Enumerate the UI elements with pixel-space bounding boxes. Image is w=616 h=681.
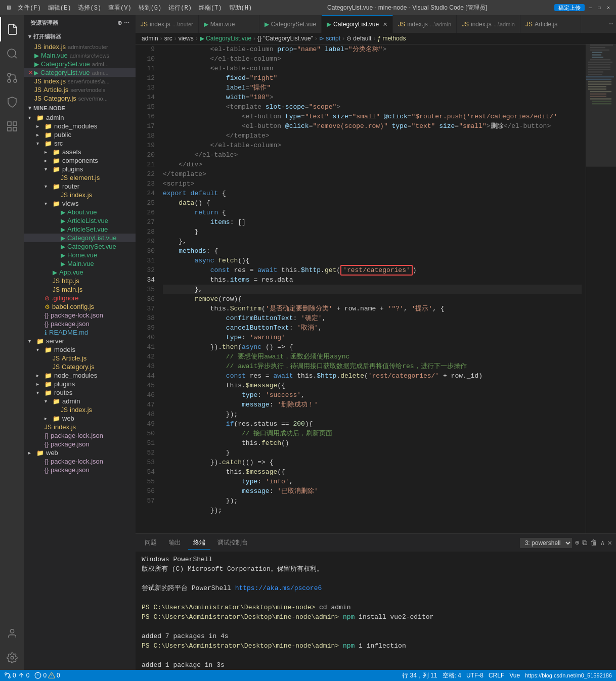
split-terminal-icon[interactable]: ⧉ <box>582 539 587 547</box>
panel-tab-debug[interactable]: 调试控制台 <box>212 536 253 550</box>
open-editors-section[interactable]: ▾ 打开编辑器 <box>24 31 136 42</box>
file-main-js[interactable]: JS main.js <box>24 285 136 294</box>
menu-file[interactable]: 文件(F) <box>15 3 44 13</box>
open-file-article-js[interactable]: JS Article.js server\models <box>24 85 136 94</box>
folder-admin[interactable]: ▾ 📁 admin <box>24 113 136 122</box>
tab-close-icon[interactable]: ✕ <box>383 21 387 28</box>
mine-node-section[interactable]: ▾ MINE-NODE <box>24 103 136 113</box>
folder-routes[interactable]: ▾ 📁 routes <box>24 388 136 397</box>
minimize-button[interactable]: — <box>587 4 594 11</box>
folder-server[interactable]: ▾ 📁 server <box>24 337 136 345</box>
open-file-categorylist-vue[interactable]: ✕ ▶ CategoryList.vue admi... <box>24 68 136 77</box>
folder-server-plugins[interactable]: ▸ 📁 plugins <box>24 380 136 388</box>
file-root-package[interactable]: {} package.json <box>24 466 136 474</box>
folder-public[interactable]: ▸ 📁 public <box>24 130 136 139</box>
tab-main-vue[interactable]: ▶ Main.vue <box>199 15 259 33</box>
folder-router[interactable]: ▾ 📁 router <box>24 182 136 191</box>
tab-categoryset-vue[interactable]: ▶ CategorySet.vue <box>259 15 322 33</box>
panel-tab-terminal[interactable]: 终端 <box>188 536 210 550</box>
activity-debug[interactable] <box>0 90 24 114</box>
tab-indexjs-router[interactable]: JS index.js ...\router <box>136 15 199 33</box>
status-position[interactable]: 行 34，列 11 <box>402 671 437 680</box>
activity-git[interactable] <box>0 66 24 90</box>
folder-routes-admin[interactable]: ▾ 📁 admin <box>24 397 136 405</box>
menu-terminal[interactable]: 终端(T) <box>196 3 225 13</box>
crumb-admin[interactable]: admin <box>142 35 158 42</box>
code-editor[interactable]: 910111213 1415161718 1920212223 24252627… <box>136 44 616 533</box>
status-spaces[interactable]: 空格: 4 <box>443 671 461 680</box>
new-terminal-icon[interactable]: ⊕ <box>575 538 579 547</box>
file-http-js[interactable]: JS http.js <box>24 277 136 285</box>
folder-web[interactable]: ▸ 📁 web <box>24 448 136 457</box>
panel-tab-problems[interactable]: 问题 <box>140 536 162 550</box>
file-babel-config[interactable]: ⚙ babel.config.js <box>24 302 136 311</box>
activity-search[interactable] <box>0 41 24 66</box>
tabs-overflow-menu[interactable]: ⋯ <box>606 15 616 33</box>
status-link[interactable]: https://blog.csdn.net/m0_51592186 <box>525 672 612 678</box>
close-icon[interactable]: ✕ <box>28 69 33 76</box>
crumb-script[interactable]: ⊳ script <box>319 35 340 42</box>
activity-extensions[interactable] <box>0 114 24 139</box>
file-home-vue[interactable]: ▶ Home.vue <box>24 251 136 259</box>
file-category-js-models[interactable]: JS Category.js <box>24 362 136 371</box>
file-element-js[interactable]: JS element.js <box>24 173 136 182</box>
tab-indexjs-admin[interactable]: JS index.js ...\admin <box>393 15 457 33</box>
menu-edit[interactable]: 编辑(E) <box>45 3 74 13</box>
file-categorylist-vue[interactable]: ▶ CategoryList.vue <box>24 234 136 242</box>
folder-server-node-modules[interactable]: ▸ 📁 node_modules <box>24 371 136 380</box>
crumb-obj[interactable]: {} "CategoryList.vue" <box>257 35 313 42</box>
menu-help[interactable]: 帮助(H) <box>226 3 255 13</box>
folder-routes-web[interactable]: ▸ 📁 web <box>24 414 136 423</box>
close-button[interactable]: ✕ <box>605 4 612 11</box>
status-eol[interactable]: CRLF <box>489 672 504 679</box>
folder-node-modules[interactable]: ▸ 📁 node_modules <box>24 122 136 130</box>
terminal-selector[interactable]: 3: powershell <box>520 538 572 548</box>
maximize-panel-icon[interactable]: ∧ <box>600 538 604 547</box>
folder-models[interactable]: ▾ 📁 models <box>24 345 136 354</box>
crumb-methods[interactable]: ƒ methods <box>377 35 406 42</box>
file-root-package-lock[interactable]: {} package-lock.json <box>24 457 136 466</box>
file-about-vue[interactable]: ▶ About.vue <box>24 208 136 216</box>
panel-tabs[interactable]: 问题 输出 终端 调试控制台 3: powershell ⊕ ⧉ 🗑 ∧ ✕ <box>136 534 616 552</box>
file-articlelist-vue[interactable]: ▶ ArticleList.vue <box>24 216 136 225</box>
file-articleset-vue[interactable]: ▶ ArticleSet.vue <box>24 225 136 234</box>
activity-account[interactable] <box>0 621 24 646</box>
open-file-main-vue[interactable]: ▶ Main.vue admin\src\views <box>24 51 136 60</box>
close-panel-icon[interactable]: ✕ <box>608 538 612 547</box>
tab-categorylist-vue[interactable]: ▶ CategoryList.vue ✕ <box>322 15 393 33</box>
crumb-default[interactable]: ⊙ default <box>346 35 371 42</box>
menu-run[interactable]: 运行(R) <box>165 3 195 13</box>
panel-actions[interactable]: 3: powershell ⊕ ⧉ 🗑 ∧ ✕ <box>520 538 612 548</box>
title-controls[interactable]: 稿定上传 — ☐ ✕ <box>554 4 612 11</box>
folder-components[interactable]: ▸ 📁 components <box>24 156 136 165</box>
new-file-icon[interactable]: ⊕ <box>117 20 122 26</box>
upload-button[interactable]: 稿定上传 <box>554 4 585 11</box>
file-main-vue[interactable]: ▶ Main.vue <box>24 259 136 268</box>
tabs-bar[interactable]: JS index.js ...\router ▶ Main.vue ▶ Cate… <box>136 15 616 33</box>
folder-assets[interactable]: ▸ 📁 assets <box>24 148 136 156</box>
file-server-package[interactable]: {} package.json <box>24 440 136 448</box>
file-readme[interactable]: ℹ README.md <box>24 328 136 337</box>
crumb-views[interactable]: views <box>179 35 194 42</box>
status-git[interactable]: 0 0 <box>4 672 29 679</box>
open-file-categoryset-vue[interactable]: ▶ CategorySet.vue admi... <box>24 60 136 68</box>
file-server-index[interactable]: JS index.js <box>24 423 136 431</box>
folder-src[interactable]: ▾ 📁 src <box>24 139 136 148</box>
file-package-admin[interactable]: {} package.json <box>24 320 136 328</box>
status-encoding[interactable]: UTF-8 <box>466 672 483 679</box>
folder-plugins[interactable]: ▾ 📁 plugins <box>24 165 136 173</box>
file-gitignore[interactable]: ⊘ .gitignore <box>24 294 136 302</box>
sidebar-header-actions[interactable]: ⊕ ⋯ <box>117 20 129 26</box>
menu-view[interactable]: 查看(V) <box>105 3 135 13</box>
file-routes-admin-index[interactable]: JS index.js <box>24 405 136 414</box>
crumb-src[interactable]: src <box>164 35 172 42</box>
menu-select[interactable]: 选择(S) <box>75 3 104 13</box>
status-language[interactable]: Vue <box>509 672 520 679</box>
open-file-indexjs-router[interactable]: JS index.js admin\src\router <box>24 42 136 51</box>
file-server-package-lock[interactable]: {} package-lock.json <box>24 431 136 440</box>
collapse-all-icon[interactable]: ⋯ <box>124 20 129 26</box>
activity-files[interactable] <box>0 17 24 41</box>
maximize-button[interactable]: ☐ <box>596 4 603 11</box>
file-categoryset-vue[interactable]: ▶ CategorySet.vue <box>24 242 136 251</box>
file-article-js-models[interactable]: JS Article.js <box>24 354 136 362</box>
